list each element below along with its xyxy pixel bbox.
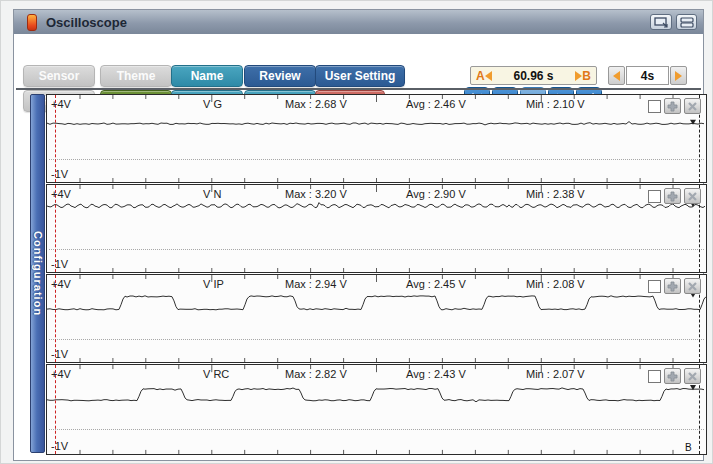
channel-close-button[interactable] <box>684 278 701 294</box>
channel-max: Max : 2.68 V <box>285 98 347 110</box>
channel-min: Min : 2.07 V <box>526 368 585 380</box>
theme-button[interactable]: Theme <box>100 65 172 87</box>
oscilloscope-window: Oscilloscope Sensor Theme Name Review Us… <box>13 9 704 461</box>
channel-top-voltage: +4V <box>51 188 71 200</box>
left-arrow-icon <box>613 71 620 81</box>
window-title: Oscilloscope <box>46 15 127 30</box>
channel-top-voltage: +4V <box>51 368 71 380</box>
close-icon <box>687 191 698 202</box>
sensor-button[interactable]: Sensor <box>23 65 95 87</box>
channel-select-checkbox[interactable] <box>648 280 661 293</box>
channel-controls <box>648 98 701 114</box>
plus-icon <box>667 371 678 382</box>
channel-bottom-voltage: -1V <box>51 440 68 452</box>
timebase-decrease-button[interactable] <box>608 66 625 85</box>
close-icon <box>687 101 698 112</box>
channel-controls <box>648 188 701 204</box>
channel-zoom-button[interactable] <box>664 368 681 384</box>
gridline <box>49 339 704 340</box>
channel-name: V IP <box>203 278 224 290</box>
channel-zoom-button[interactable] <box>664 188 681 204</box>
waveform-vg <box>47 95 706 182</box>
cursor-b-tag: B <box>685 442 692 453</box>
gridline <box>49 429 704 430</box>
timebase-value[interactable]: 4s <box>626 66 669 85</box>
channel-min: Min : 2.08 V <box>526 278 585 290</box>
channel-top-voltage: +4V <box>51 98 71 110</box>
detach-window-button[interactable] <box>650 14 672 30</box>
channel-name: V RC <box>203 368 229 380</box>
gridline <box>49 159 704 160</box>
channel-close-button[interactable] <box>684 188 701 204</box>
waveform-vip <box>47 275 706 362</box>
name-button[interactable]: Name <box>171 65 243 87</box>
channel-name: V N <box>203 188 221 200</box>
channel-avg: Avg : 2.45 V <box>406 278 466 290</box>
channel-max: Max : 3.20 V <box>285 188 347 200</box>
cursor-a-nudge-icon[interactable] <box>485 71 492 81</box>
stacked-panes-icon <box>680 17 694 28</box>
cursor-b-nudge-icon[interactable] <box>575 71 582 81</box>
channel-zoom-button[interactable] <box>664 278 681 294</box>
channel-select-checkbox[interactable] <box>648 190 661 203</box>
channel-avg: Avg : 2.46 V <box>406 98 466 110</box>
channel-panel-vrc: +4V V RC Max : 2.82 V Avg : 2.43 V Min :… <box>46 364 707 455</box>
channel-max: Max : 2.82 V <box>285 368 347 380</box>
channel-bottom-voltage: -1V <box>51 168 68 180</box>
channel-bottom-voltage: -1V <box>51 348 68 360</box>
channel-max: Max : 2.94 V <box>285 278 347 290</box>
channel-panel-vg: +4V V G Max : 2.68 V Avg : 2.46 V Min : … <box>46 94 707 183</box>
waveform-vrc <box>47 365 706 454</box>
configuration-tab[interactable]: Configuration <box>30 94 45 453</box>
plus-icon <box>667 281 678 292</box>
gridline <box>49 249 704 250</box>
channel-controls <box>648 278 701 294</box>
ab-interval-box: A 60.96 s B <box>470 66 597 85</box>
channel-avg: Avg : 2.90 V <box>406 188 466 200</box>
timebase-increase-button[interactable] <box>670 66 687 85</box>
close-icon <box>687 281 698 292</box>
user-setting-button[interactable]: User Setting <box>315 65 405 87</box>
channel-panel-vip: +4V V IP Max : 2.94 V Avg : 2.45 V Min :… <box>46 274 707 363</box>
channel-controls <box>648 368 701 384</box>
plus-icon <box>667 101 678 112</box>
app-thermometer-icon <box>27 14 37 31</box>
channel-top-voltage: +4V <box>51 278 71 290</box>
cursor-b-label: B <box>582 69 591 83</box>
channel-bottom-voltage: -1V <box>51 258 68 270</box>
titlebar: Oscilloscope <box>14 10 703 35</box>
monitor-icon <box>654 17 669 28</box>
plus-icon <box>667 191 678 202</box>
channel-zoom-button[interactable] <box>664 98 681 114</box>
close-icon <box>687 371 698 382</box>
channel-min: Min : 2.10 V <box>526 98 585 110</box>
ab-interval-value: 60.96 s <box>492 69 576 83</box>
waveform-vn <box>47 185 706 272</box>
channel-close-button[interactable] <box>684 98 701 114</box>
toolbar: Sensor Theme Name Review User Setting Re… <box>14 34 703 88</box>
right-arrow-icon <box>675 71 682 81</box>
channel-close-button[interactable] <box>684 368 701 384</box>
layout-button[interactable] <box>676 14 697 30</box>
channel-panel-vn: +4V V N Max : 3.20 V Avg : 2.90 V Min : … <box>46 184 707 273</box>
toolbar-separator <box>16 88 701 90</box>
configuration-tab-label: Configuration <box>32 231 44 316</box>
channel-select-checkbox[interactable] <box>648 370 661 383</box>
channel-name: V G <box>203 98 222 110</box>
channel-avg: Avg : 2.43 V <box>406 368 466 380</box>
channel-min: Min : 2.38 V <box>526 188 585 200</box>
cursor-a-label: A <box>476 69 485 83</box>
review-button[interactable]: Review <box>244 65 316 87</box>
channel-select-checkbox[interactable] <box>648 100 661 113</box>
